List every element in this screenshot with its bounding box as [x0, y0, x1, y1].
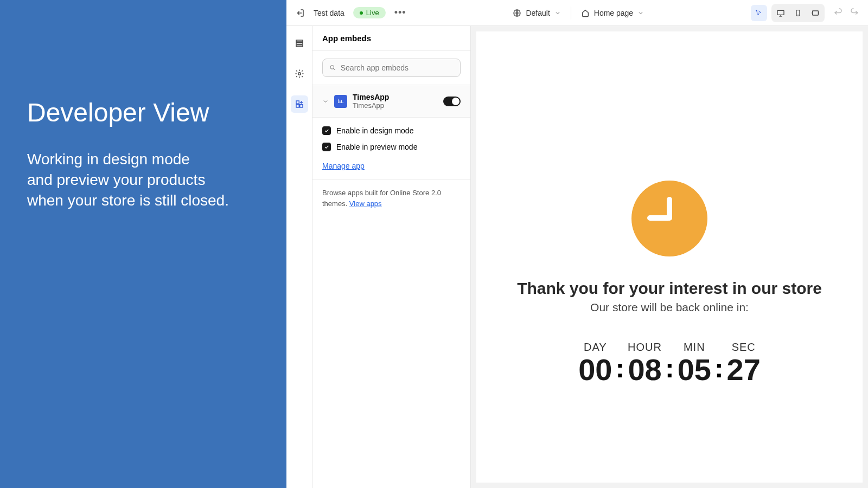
- app-subtitle: TimesApp: [353, 101, 438, 110]
- sidebar: App embeds ta. TimesApp TimesApp: [312, 26, 471, 488]
- preview-mode-checkbox[interactable]: [322, 143, 331, 151]
- svg-rect-6: [296, 43, 303, 44]
- svg-rect-4: [813, 11, 819, 15]
- fullscreen-button[interactable]: [807, 5, 824, 21]
- live-badge: Live: [353, 7, 386, 18]
- rail-apps-icon[interactable]: [291, 95, 308, 113]
- app-row[interactable]: ta. TimesApp TimesApp: [312, 85, 470, 118]
- promo-title: Developer View: [27, 98, 259, 127]
- chevron-down-icon: [637, 10, 644, 16]
- svg-rect-1: [777, 10, 784, 15]
- clock-icon: [631, 181, 707, 256]
- preview-subtitle: Our store will be back online in:: [590, 301, 749, 314]
- more-menu-icon[interactable]: •••: [394, 7, 406, 18]
- preview-mode-label: Enable in preview mode: [336, 143, 417, 151]
- default-dropdown[interactable]: Default: [513, 9, 560, 17]
- editor-area: Test data Live ••• Default Home page: [286, 0, 868, 488]
- globe-icon: [513, 9, 521, 17]
- svg-point-3: [798, 15, 799, 15]
- countdown: DAY 00 : HOUR 08 : MIN 05 : SEC: [578, 341, 761, 385]
- preview-area: Thank you for your interest in our store…: [471, 26, 868, 488]
- design-mode-label: Enable in design mode: [336, 126, 413, 135]
- inspect-button[interactable]: [751, 5, 767, 21]
- redo-button[interactable]: [850, 7, 859, 19]
- hour-label: HOUR: [628, 341, 662, 354]
- manage-app-link[interactable]: Manage app: [322, 162, 365, 170]
- search-input[interactable]: [341, 63, 454, 72]
- rail-sections-icon[interactable]: [291, 35, 308, 52]
- exit-icon[interactable]: [295, 8, 305, 18]
- chevron-down-icon: [554, 10, 561, 16]
- data-label: Test data: [314, 9, 344, 17]
- app-icon: ta.: [334, 95, 347, 108]
- live-dot-icon: [360, 11, 363, 15]
- viewport-group: [771, 4, 825, 22]
- search-icon: [329, 64, 336, 72]
- divider: [571, 7, 571, 20]
- mobile-button[interactable]: [790, 5, 806, 21]
- app-toggle[interactable]: [443, 97, 461, 106]
- preview-frame: Thank you for your interest in our store…: [476, 31, 863, 483]
- sec-value: 27: [727, 355, 761, 385]
- svg-rect-11: [299, 105, 302, 107]
- chevron-down-icon: [322, 98, 329, 105]
- rail-settings-icon[interactable]: [291, 65, 308, 82]
- undo-button[interactable]: [833, 7, 843, 19]
- day-value: 00: [578, 355, 612, 385]
- day-label: DAY: [578, 341, 612, 354]
- icon-rail: [286, 26, 312, 488]
- svg-rect-5: [296, 40, 303, 42]
- svg-rect-9: [296, 101, 299, 104]
- topbar: Test data Live ••• Default Home page: [286, 0, 868, 26]
- browse-note: Browse apps built for Online Store 2.0 t…: [312, 180, 470, 216]
- design-mode-checkbox[interactable]: [322, 126, 331, 135]
- sec-label: SEC: [727, 341, 761, 354]
- preview-title: Thank you for your interest in our store: [517, 279, 822, 298]
- svg-point-8: [298, 73, 301, 75]
- min-label: MIN: [678, 341, 711, 354]
- promo-subtitle: Working in design mode and preview your …: [27, 149, 259, 210]
- promo-panel: Developer View Working in design mode an…: [0, 0, 286, 488]
- homepage-dropdown[interactable]: Home page: [581, 9, 644, 17]
- app-name: TimesApp: [353, 93, 438, 101]
- desktop-button[interactable]: [773, 5, 789, 21]
- view-apps-link[interactable]: View apps: [349, 200, 382, 208]
- svg-rect-7: [296, 45, 303, 47]
- svg-point-12: [330, 66, 334, 69]
- min-value: 05: [678, 355, 711, 385]
- home-icon: [581, 9, 590, 17]
- hour-value: 08: [628, 355, 662, 385]
- sidebar-title: App embeds: [312, 26, 470, 51]
- svg-rect-10: [296, 105, 299, 107]
- search-box[interactable]: [322, 59, 461, 77]
